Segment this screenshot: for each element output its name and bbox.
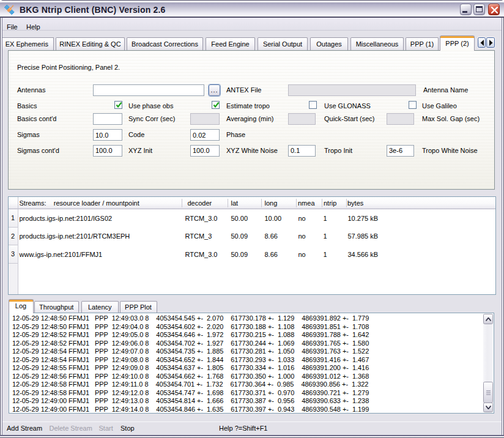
checkbox-use-phase-obs[interactable]: [114, 101, 122, 109]
col-long[interactable]: long: [265, 199, 278, 207]
left-arrow-icon: [480, 40, 485, 46]
app-window: BKG Ntrip Client (BNC) Version 2.6 File …: [0, 0, 504, 438]
stream-row[interactable]: www.igs-ip.net:2101/FFMJ1 RTCM_3.0 50.09…: [19, 245, 495, 264]
column-separator[interactable]: [182, 199, 182, 207]
sync-corr-input[interactable]: [93, 113, 122, 125]
cell-decoder: RTCM_3.0: [185, 215, 218, 222]
row-header-2[interactable]: 2: [9, 228, 18, 246]
checkbox-use-glonass[interactable]: [309, 101, 317, 109]
col-bytes[interactable]: bytes: [347, 199, 363, 207]
tab-feed-engine[interactable]: Feed Engine: [206, 37, 255, 50]
antex-file-input: [288, 84, 416, 96]
tab-broadcast-corrections[interactable]: Broadcast Corrections: [127, 37, 203, 50]
xyz-init-input[interactable]: [93, 145, 122, 157]
col-ntrip[interactable]: ntrip: [324, 199, 336, 207]
add-stream-button[interactable]: Add Stream: [7, 425, 42, 432]
tab-rinex-editing-qc[interactable]: RINEX Editing & QC: [56, 37, 125, 50]
use-galileo-label: Use Galileo: [422, 102, 457, 110]
log-line: 12-05-29 12:48:58 FFMJ1 PPP 12:49:12.0 8…: [12, 389, 369, 398]
tab-ppp-1[interactable]: PPP (1): [406, 37, 439, 50]
row-header-1[interactable]: 1: [9, 209, 18, 228]
antennas-label: Antennas: [17, 86, 45, 94]
col-lat[interactable]: lat: [231, 199, 239, 207]
cell-nmea: no: [298, 251, 306, 258]
delete-stream-button[interactable]: Delete Stream: [50, 425, 92, 432]
scroll-down-button[interactable]: [483, 403, 493, 413]
antex-browse-button[interactable]: ...: [209, 84, 220, 96]
tab-serial-output[interactable]: Serial Output: [258, 37, 308, 50]
cell-lat: 50.09: [231, 232, 248, 240]
xyz-white-noise-input[interactable]: [190, 145, 220, 157]
tab-ppp-plot[interactable]: PPP Plot: [120, 301, 157, 313]
cell-bytes: 57.985 kB: [348, 232, 379, 240]
column-separator[interactable]: [228, 199, 228, 207]
antennas-input[interactable]: [93, 84, 204, 96]
log-scrollbar[interactable]: [483, 314, 493, 412]
tab-miscellaneous[interactable]: Miscellaneous: [350, 37, 404, 50]
minimize-icon: [462, 11, 467, 13]
column-separator[interactable]: [296, 199, 297, 207]
col-decoder[interactable]: decoder: [188, 199, 212, 207]
scroll-up-button[interactable]: [483, 314, 493, 324]
checkbox-use-galileo[interactable]: [409, 101, 417, 109]
stream-row[interactable]: products.igs-ip.net:2101/RTCM3EPH RTCM_3…: [19, 228, 495, 246]
col-nmea[interactable]: nmea: [298, 199, 315, 207]
menubar: File Help: [2, 18, 502, 31]
tab-outages[interactable]: Outages: [310, 37, 348, 50]
tab-scroll-left-button[interactable]: [478, 37, 486, 48]
menu-file[interactable]: File: [7, 23, 18, 31]
tropo-white-noise-label: Tropo White Noise: [422, 147, 478, 155]
row-header-3[interactable]: 3: [9, 245, 18, 264]
sigma-phase-input[interactable]: [190, 129, 220, 141]
window-border-right: [502, 18, 504, 438]
maximize-button[interactable]: [473, 4, 485, 15]
cell-nmea: no: [298, 232, 306, 240]
col-mountpoint[interactable]: Streams: resource loader / mountpoint: [20, 199, 139, 207]
tab-throughput[interactable]: Throughput: [34, 301, 79, 313]
tropo-white-noise-input[interactable]: [387, 145, 414, 157]
menu-help[interactable]: Help: [26, 23, 40, 31]
maximize-icon: [476, 6, 483, 12]
titlebar[interactable]: BKG Ntrip Client (BNC) Version 2.6: [0, 0, 504, 18]
cell-mountpoint: www.igs-ip.net:2101/FFMJ1: [20, 251, 103, 258]
close-button[interactable]: [488, 4, 500, 15]
log-line: 12-05-29 12:48:52 FFMJ1 PPP 12:49:05.0 8…: [12, 331, 369, 340]
scrollbar-thumb[interactable]: [483, 382, 493, 403]
cell-bytes: 34.566 kB: [348, 251, 379, 258]
basics-contd-label: Basics cont'd: [17, 115, 56, 123]
panel-caption: Precise Point Positioning, Panel 2.: [17, 64, 120, 72]
cell-ntrip: 1: [324, 215, 327, 222]
column-separator[interactable]: [261, 199, 262, 207]
column-separator[interactable]: [346, 199, 347, 207]
check-icon: [115, 101, 123, 109]
streams-corner-cell: [9, 197, 18, 209]
sigma-code-input[interactable]: [93, 129, 122, 141]
start-button[interactable]: Start: [99, 425, 113, 432]
cell-long: 8.66: [265, 251, 278, 258]
log-line: 12-05-29 12:48:58 FFMJ1 PPP 12:49:11.0 8…: [12, 380, 368, 389]
antex-file-label: ANTEX File: [226, 86, 261, 94]
stream-row[interactable]: products.igs-ip.net:2101/IGS02 RTCM_3.0 …: [19, 209, 495, 228]
max-sol-gap-label: Max Sol. Gap (sec): [422, 115, 480, 123]
tab-latency[interactable]: Latency: [81, 301, 119, 313]
app-icon satellite-icon: [4, 4, 15, 15]
xyz-init-label: XYZ Init: [128, 147, 152, 155]
tab-ppp-2[interactable]: PPP (2): [440, 35, 475, 51]
log-output[interactable]: 12-05-29 12:48:50 FFMJ1 PPP 12:49:03.0 8…: [9, 313, 494, 414]
stop-button[interactable]: Stop: [120, 425, 135, 432]
tab-scroll-right-button[interactable]: [486, 37, 495, 48]
column-separator[interactable]: [322, 199, 322, 207]
streams-table-header: Streams: resource loader / mountpoint de…: [9, 197, 495, 209]
tab-log[interactable]: Log: [9, 299, 34, 313]
tropo-init-input[interactable]: [288, 145, 316, 157]
log-line: 12-05-29 12:48:50 FFMJ1 PPP 12:49:03.0 8…: [12, 314, 369, 323]
window-border-bottom: [0, 435, 504, 438]
status-separator: [2, 421, 502, 422]
tab-rinex-ephemeris[interactable]: EX Ephemeris: [2, 37, 54, 50]
minimize-button[interactable]: [460, 4, 472, 15]
log-line: 12-05-29 12:48:56 FFMJ1 PPP 12:49:10.0 8…: [12, 373, 369, 381]
window-title: BKG Ntrip Client (BNC) Version 2.6: [20, 5, 166, 15]
cell-decoder: RTCM_3: [185, 232, 212, 240]
checkbox-estimate-tropo[interactable]: [212, 101, 220, 109]
phase-label: Phase: [226, 131, 245, 139]
